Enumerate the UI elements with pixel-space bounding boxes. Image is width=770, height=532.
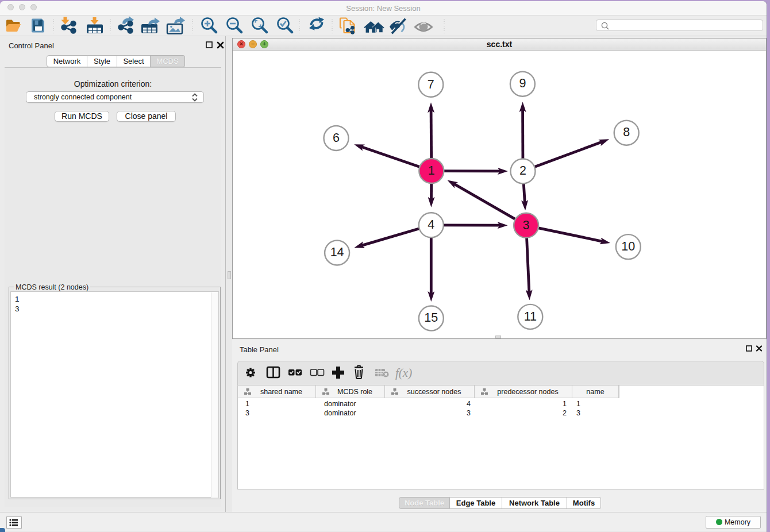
svg-text:11: 11 (524, 310, 537, 323)
svg-text:6: 6 (333, 131, 340, 145)
svg-text:1: 1 (428, 164, 435, 178)
svg-text:8: 8 (623, 125, 630, 139)
svg-text:7: 7 (428, 78, 434, 91)
svg-text:10: 10 (621, 240, 635, 253)
svg-text:15: 15 (424, 311, 438, 325)
svg-text:3: 3 (523, 218, 530, 232)
svg-text:2: 2 (519, 164, 526, 178)
svg-text:f(x): f(x) (395, 366, 412, 380)
svg-text:9: 9 (519, 76, 526, 90)
svg-text:14: 14 (330, 245, 344, 259)
svg-text:4: 4 (428, 218, 434, 232)
